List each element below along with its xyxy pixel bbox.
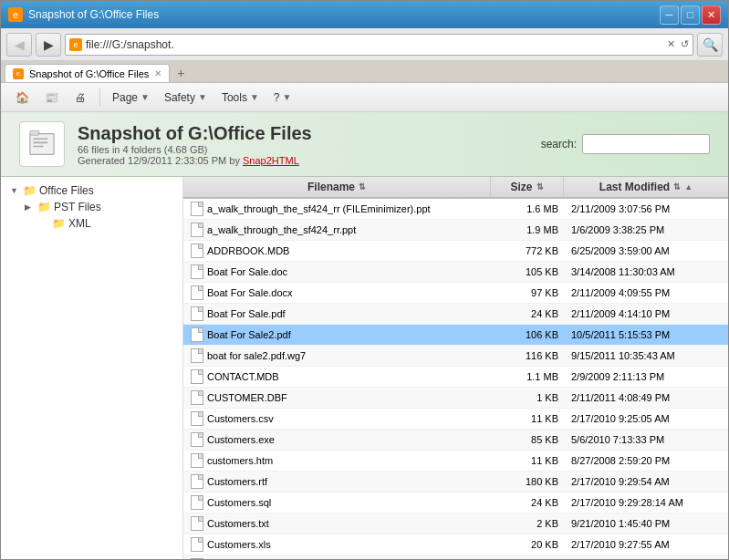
file-date-cell: 2/17/2010 9:29:28:14 AM [564,494,728,511]
page-header: Snapshot of G:\Office Files 66 files in … [1,112,728,177]
table-row[interactable]: Customers.txt2 KB9/21/2010 1:45:40 PM [183,513,728,534]
help-dropdown-icon: ▼ [282,92,291,102]
col-header-date[interactable]: Last Modified ⇅ ▲ [564,177,728,197]
forward-button[interactable]: ▶ [36,33,61,57]
table-row[interactable]: CUSTOMER.DBF1 KB2/11/2011 4:08:49 PM [183,388,728,409]
file-size-cell: 1.9 MB [491,222,564,238]
new-tab-button[interactable]: + [172,64,190,82]
search-area: search: [541,134,710,154]
tab-bar: e Snapshot of G:\Office Files ✕ + [1,61,728,83]
table-row[interactable]: CONTACT.MDB1.1 MB2/9/2009 2:11:13 PM [183,367,728,388]
file-name-cell: Boat For Sale.docx [183,283,491,303]
file-name-cell: ADDRBOOK.MDB [183,241,491,261]
table-row[interactable]: customers.htm11 KB8/27/2008 2:59:20 PM [183,451,728,472]
tree-pst-files[interactable]: ▶ 📁 PST Files [21,199,177,215]
title-controls: ─ □ ✕ [660,5,721,25]
file-size-cell: 1.6 MB [491,201,564,217]
table-row[interactable]: dare essay.odt6 KB10/18/2010 2:30:58 PM [183,555,728,559]
active-tab[interactable]: e Snapshot of G:\Office Files ✕ [5,64,170,82]
close-button[interactable]: ✕ [702,5,721,25]
table-row[interactable]: Customers.exe85 KB5/6/2010 7:13:33 PM [183,430,728,451]
tree-children: ▶ 📁 PST Files 📁 XML [6,199,177,232]
table-row[interactable]: Customers.xls20 KB2/17/2010 9:27:55 AM [183,534,728,555]
table-row[interactable]: boat for sale2.pdf.wg7116 KB9/15/2011 10… [183,346,728,367]
address-clear[interactable]: ✕ [667,38,675,50]
table-row[interactable]: a_walk_through_the_sf424_rr (FILEminimiz… [183,199,728,220]
col-header-size[interactable]: Size ⇅ [491,177,564,197]
page-icon [19,121,65,167]
table-row[interactable]: Boat For Sale.pdf24 KB2/11/2009 4:14:10 … [183,304,728,325]
home-icon: 🏠 [15,90,29,105]
file-date-cell: 8/27/2008 2:59:20 PM [564,452,728,469]
file-icon [191,432,203,447]
file-name: Boat For Sale.pdf [207,308,286,319]
home-button[interactable]: 🏠 [8,87,36,109]
file-date-cell: 9/15/2011 10:35:43 AM [564,347,728,364]
file-name: a_walk_through_the_sf424_rr.ppt [207,224,356,235]
table-row[interactable]: Customers.sql24 KB2/17/2010 9:29:28:14 A… [183,493,728,513]
safety-menu[interactable]: Safety ▼ [158,88,213,108]
file-icon [191,369,203,384]
table-row[interactable]: Customers.rtf180 KB2/17/2010 9:29:54 AM [183,472,728,493]
file-name-cell: CUSTOMER.DBF [183,388,491,408]
search-label: search: [541,138,577,150]
svg-rect-0 [30,134,54,155]
folder-document-icon [26,128,58,161]
tree-root[interactable]: ▼ 📁 Office Files [6,182,177,199]
browser-layout: ▼ 📁 Office Files ▶ 📁 PST Files 📁 [1,177,728,559]
root-folder-icon: 📁 [23,184,36,197]
file-size-cell: 116 KB [491,347,564,364]
table-row[interactable]: Boat For Sale2.pdf106 KB10/5/2011 5:15:5… [183,325,728,346]
col-date-asc-icon: ▲ [684,182,693,192]
minimize-button[interactable]: ─ [660,5,679,25]
file-icon [191,244,203,258]
page-menu[interactable]: Page ▼ [106,88,156,108]
print-button[interactable]: 🖨 [67,87,94,109]
file-name-cell: a_walk_through_the_sf424_rr (FILEminimiz… [183,199,491,219]
file-name-cell: CONTACT.MDB [183,367,491,387]
help-menu[interactable]: ? ▼ [267,88,298,108]
file-name-cell: Customers.exe [183,430,491,450]
address-refresh[interactable]: ↺ [681,38,689,50]
table-row[interactable]: Boat For Sale.doc105 KB3/14/2008 11:30:0… [183,262,728,283]
file-name: CONTACT.MDB [207,371,279,382]
tools-menu[interactable]: Tools ▼ [215,88,266,108]
file-name: Boat For Sale.doc [207,266,287,277]
table-row[interactable]: ADDRBOOK.MDB772 KB6/25/2009 3:59:00 AM [183,241,728,262]
file-date-cell: 1/6/2009 3:38:25 PM [564,222,728,238]
file-list: Filename ⇅ Size ⇅ Last Modified ⇅ ▲ a_wa… [183,177,728,559]
col-name-sort-icon: ⇅ [359,182,366,192]
col-header-name[interactable]: Filename ⇅ [183,177,491,197]
file-icon [191,516,203,531]
search-input[interactable] [582,134,710,154]
svg-rect-1 [33,138,47,140]
maximize-button[interactable]: □ [681,5,700,25]
search-button[interactable]: 🔍 [697,33,723,57]
file-name-cell: Boat For Sale.doc [183,262,491,282]
file-date-cell: 2/9/2009 2:11:13 PM [564,368,728,385]
safety-label: Safety [164,91,195,104]
snap2html-link[interactable]: Snap2HTML [243,155,299,166]
file-name: ADDRBOOK.MDB [207,245,289,256]
tab-title: Snapshot of G:\Office Files [29,68,149,79]
col-date-label: Last Modified [599,181,670,193]
back-button[interactable]: ◀ [6,33,32,57]
tab-close[interactable]: ✕ [154,68,161,78]
file-date-cell: 5/6/2010 7:13:33 PM [564,431,728,448]
file-icon [191,390,203,405]
svg-rect-2 [33,142,47,144]
file-name-cell: Customers.csv [183,409,491,429]
table-row[interactable]: a_walk_through_the_sf424_rr.ppt1.9 MB1/6… [183,220,728,241]
table-row[interactable]: Customers.csv11 KB2/17/2010 9:25:05 AM [183,409,728,430]
tools-dropdown-icon: ▼ [250,92,259,102]
print-icon: 🖨 [73,90,88,105]
table-row[interactable]: Boat For Sale.docx97 KB2/11/2009 4:09:55… [183,283,728,304]
file-icon [191,306,203,321]
file-date-cell: 6/25/2009 3:59:00 AM [564,243,728,259]
file-size-cell: 772 KB [491,243,564,259]
page-label: Page [112,91,138,104]
file-rows: a_walk_through_the_sf424_rr (FILEminimiz… [183,199,728,559]
feeds-button[interactable]: 📰 [37,87,65,109]
tree-xml[interactable]: 📁 XML [36,215,177,232]
col-size-sort-icon: ⇅ [536,182,544,192]
